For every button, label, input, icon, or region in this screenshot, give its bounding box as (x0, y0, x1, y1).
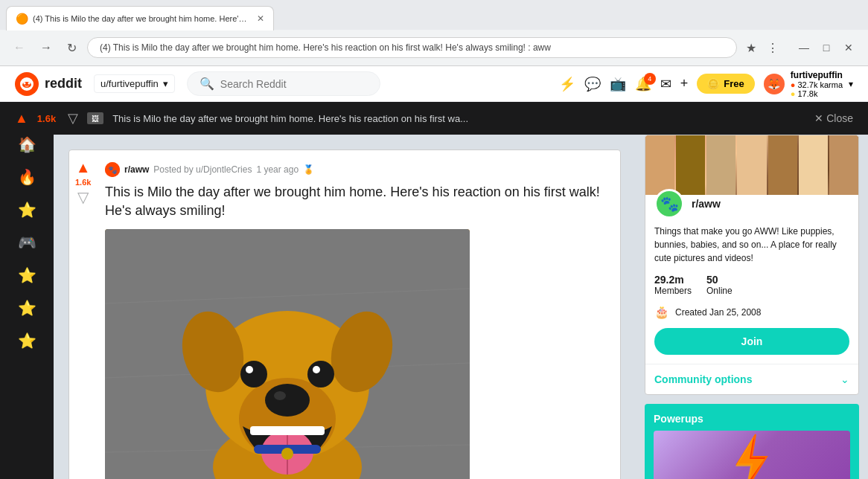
upvote-icon[interactable]: ▲ (15, 111, 28, 126)
browser-chrome: 🟠 (4) This is Milo the day after we brou… (0, 0, 868, 66)
sidebar-item-fav1[interactable]: ⭐ (12, 260, 42, 290)
svg-point-15 (265, 384, 310, 417)
refresh-button[interactable]: ↻ (63, 38, 81, 58)
sidebar-left: OVER... 🏠 🔥 ⭐ 🎮 ⭐ ⭐ ⭐ (0, 101, 54, 479)
user-dropdown[interactable]: u/furtivepuffin ▾ (94, 74, 175, 93)
free-label: Free (724, 78, 744, 89)
free-button[interactable]: 🪙 Free (697, 74, 754, 94)
avatar: 🦊 (764, 74, 785, 94)
sidebar-item-gaming[interactable]: 🎮 (12, 228, 42, 257)
search-icon: 🔍 (200, 77, 214, 91)
members-stat: 29.2m Members (654, 274, 692, 296)
online-label: Online (706, 286, 733, 296)
reddit-header: reddit u/furtivepuffin ▾ 🔍 ⚡ 💬 📺 🔔 4 ✉ + (0, 66, 868, 102)
svg-point-19 (246, 366, 253, 373)
community-options-row[interactable]: Community options ⌄ (645, 364, 858, 394)
downvote-icon[interactable]: ▽ (68, 110, 78, 126)
svg-point-16 (274, 391, 286, 400)
message-icon-button[interactable]: ✉ (660, 76, 671, 92)
menu-button[interactable]: ⋮ (764, 38, 782, 58)
tab-title: (4) This is Milo the day after we brough… (33, 14, 249, 23)
award-icon: 🏅 (303, 164, 314, 175)
video-icon-button[interactable]: 📺 (610, 76, 626, 92)
posted-by-label: Posted by u/DjontleCries (153, 164, 252, 175)
community-card-header: 🐾 r/aww (645, 195, 858, 219)
right-sidebar: 🐾 r/aww Things that make you go AWW! Lik… (636, 135, 868, 479)
post-image[interactable] (105, 229, 470, 479)
created-date: Created Jan 25, 2008 (675, 307, 761, 318)
karma2-label: ● 17.8k (791, 89, 843, 98)
active-tab[interactable]: 🟠 (4) This is Milo the day after we brou… (6, 6, 274, 30)
svg-point-27 (281, 448, 293, 460)
address-bar[interactable]: (4) This is Milo the day after we brough… (87, 37, 737, 58)
forward-button[interactable]: → (36, 38, 57, 57)
notif-text: This is Milo the day after we brought hi… (112, 113, 805, 124)
members-value: 29.2m (654, 274, 692, 286)
vote-count: 1.6k (75, 178, 91, 187)
popular-icon-button[interactable]: ⚡ (559, 76, 575, 92)
svg-point-2 (24, 82, 26, 84)
time-ago-label: 1 year ago (256, 164, 299, 175)
reddit-logo[interactable]: reddit (15, 72, 82, 96)
notification-icon-button[interactable]: 🔔 4 (635, 76, 651, 92)
sidebar-item-all[interactable]: ⭐ (12, 195, 42, 225)
tab-close-icon[interactable]: ✕ (257, 13, 264, 24)
sidebar-item-fav2[interactable]: ⭐ (12, 293, 42, 323)
online-stat: 50 Online (706, 274, 733, 296)
downvote-button[interactable]: ▽ (77, 188, 89, 206)
browser-nav: ← → ↻ (4) This is Milo the day after we … (0, 30, 868, 65)
notif-close-button[interactable]: ✕ Close (814, 112, 853, 124)
reddit-logo-icon (15, 72, 39, 96)
user-info[interactable]: 🦊 furtivepuffin ● 32.7k karma ● 17.8k ▾ (764, 70, 853, 98)
post-image-container (105, 229, 470, 479)
svg-point-18 (307, 361, 334, 388)
flame-icon: 🔥 (18, 168, 36, 186)
notif-close-x-icon: ✕ (814, 112, 823, 124)
page-body: OVER... 🏠 🔥 ⭐ 🎮 ⭐ ⭐ ⭐ (0, 135, 868, 479)
header-area: reddit u/furtivepuffin ▾ 🔍 ⚡ 💬 📺 🔔 4 ✉ + (0, 66, 868, 135)
reddit-favicon: 🟠 (16, 13, 28, 25)
notification-bar: ▲ 1.6k ▽ 🖼 This is Milo the day after we… (0, 102, 868, 135)
free-icon: 🪙 (707, 78, 719, 89)
reddit-logo-text: reddit (45, 76, 82, 91)
chat-icon-button[interactable]: 💬 (584, 76, 601, 92)
svg-point-3 (28, 82, 31, 84)
close-button[interactable]: ✕ (838, 37, 859, 58)
community-stats: 29.2m Members 50 Online (645, 274, 858, 296)
karma-info: furtivepuffin ● 32.7k karma ● 17.8k (791, 70, 843, 98)
header-icons: ⚡ 💬 📺 🔔 4 ✉ + 🪙 Free 🦊 furtivepuffin (559, 70, 853, 98)
community-name: r/aww (692, 198, 721, 210)
subreddit-icon: 🐾 (105, 162, 120, 177)
community-banner (645, 135, 858, 195)
back-button[interactable]: ← (9, 38, 30, 57)
notif-close-label: Close (826, 112, 853, 124)
star-icon-2: ⭐ (18, 299, 36, 317)
home-icon: 🏠 (18, 135, 36, 153)
search-input[interactable] (220, 78, 368, 90)
powerups-content (654, 431, 850, 479)
post-card: ▲ 1.6k ▽ 🐾 r/aww Posted by u/ (68, 150, 621, 479)
karma1-label: ● 32.7k karma (791, 80, 843, 89)
notif-image-icon: 🖼 (87, 112, 103, 124)
maximize-button[interactable]: □ (816, 37, 837, 58)
bookmark-button[interactable]: ★ (743, 38, 759, 58)
minimize-button[interactable]: — (794, 37, 814, 58)
svg-point-20 (313, 366, 320, 373)
members-label: Members (654, 286, 692, 296)
add-icon-button[interactable]: + (680, 76, 689, 91)
sidebar-item-fav3[interactable]: ⭐ (12, 326, 42, 356)
join-button[interactable]: Join (654, 328, 849, 355)
user-dropdown-label: u/furtivepuffin (100, 78, 159, 89)
sidebar-item-popular[interactable]: 🔥 (12, 162, 42, 192)
dropdown-arrow-icon: ▾ (163, 78, 168, 89)
post-meta: 🐾 r/aww Posted by u/DjontleCries 1 year … (105, 162, 608, 177)
search-bar[interactable]: 🔍 (187, 71, 380, 96)
subreddit-name[interactable]: r/aww (124, 164, 149, 175)
globe-icon: ⭐ (18, 201, 36, 219)
community-options-label: Community options (654, 373, 752, 385)
gaming-icon: 🎮 (18, 234, 36, 251)
content-area: ▲ 1.6k ▽ 🐾 r/aww Posted by u/ (54, 135, 636, 479)
upvote-button[interactable]: ▲ (76, 159, 91, 176)
notif-vote-count: 1.6k (37, 113, 56, 124)
star-icon-3: ⭐ (18, 332, 36, 350)
